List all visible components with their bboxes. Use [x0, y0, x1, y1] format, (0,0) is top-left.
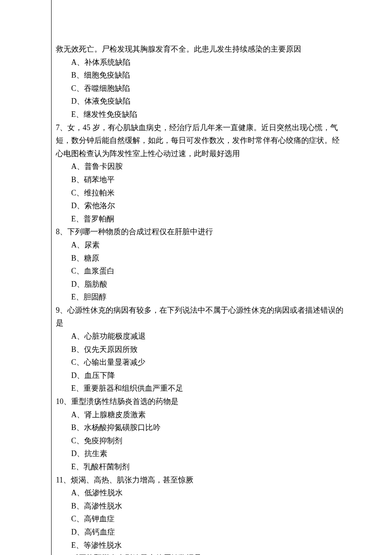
q8-option-d: D、脂肪酸 — [56, 278, 354, 291]
q8-option-a: A、尿素 — [56, 238, 354, 252]
q10-option-c: C、免疫抑制剂 — [56, 434, 354, 447]
q9-option-c: C、心输出量显著减少 — [56, 356, 354, 369]
q9-option-a: A、心脏功能极度减退 — [56, 330, 354, 343]
intro-option-a: A、补体系统缺陷 — [56, 56, 354, 69]
q7-option-b: B、硝苯地平 — [56, 173, 354, 186]
q8-option-b: B、糖原 — [56, 252, 354, 265]
q8-option-c: C、血浆蛋白 — [56, 264, 354, 278]
q7-option-c: C、维拉帕米 — [56, 186, 354, 200]
q11-option-d: D、高钙血症 — [56, 526, 354, 539]
q7-line-3: 心电图检查认为阵发性室上性心动过速，此时最好选用 — [56, 147, 354, 160]
q9-option-e: E、重要脏器和组织供血严重不足 — [56, 382, 354, 395]
q7-option-e: E、普罗帕酮 — [56, 212, 354, 226]
q7-line-2: 短，数分钟后能自然缓解，如此，每日可发作数次，发作时常伴有心绞痛的症状。经 — [56, 134, 354, 147]
q7-option-d: D、索他洛尔 — [56, 199, 354, 212]
q11-option-e: E、等渗性脱水 — [56, 539, 354, 552]
q11-option-c: C、高钾血症 — [56, 512, 354, 526]
intro-option-e: E、继发性免疫缺陷 — [56, 108, 354, 121]
q7-option-a: A、普鲁卡因胺 — [56, 160, 354, 173]
intro-option-d: D、体液免疫缺陷 — [56, 95, 354, 108]
q10-option-e: E、乳酸杆菌制剂 — [56, 460, 354, 474]
document-page: 救无效死亡。尸检发现其胸腺发育不全。此患儿发生持续感染的主要原因 A、补体系统缺… — [51, 0, 366, 555]
q9-option-d: D、血压下降 — [56, 369, 354, 382]
intro-option-b: B、细胞免疫缺陷 — [56, 69, 354, 82]
q7-line-1: 7、女，45 岁，有心肌缺血病史，经治疗后几年来一直健康。近日突然出现心慌，气 — [56, 121, 354, 134]
q10-option-b: B、水杨酸抑氮磺胺口比吟 — [56, 421, 354, 434]
q9-line-2: 是 — [56, 317, 354, 330]
intro-option-c: C、吞噬细胞缺陷 — [56, 82, 354, 95]
q8-line-1: 8、下列哪一种物质的合成过程仅在肝脏中进行 — [56, 225, 354, 238]
q11-line-1: 11、烦渴、高热、肌张力增高，甚至惊厥 — [56, 474, 354, 487]
q10-line-1: 10、重型溃疡性结肠炎首选的药物是 — [56, 395, 354, 408]
intro-line-1: 救无效死亡。尸检发现其胸腺发育不全。此患儿发生持续感染的主要原因 — [56, 43, 354, 56]
q9-option-b: B、仅先天原因所致 — [56, 343, 354, 356]
q10-option-d: D、抗生素 — [56, 447, 354, 460]
q8-option-e: E、胆固醇 — [56, 291, 354, 304]
q10-option-a: A、肾上腺糖皮质激素 — [56, 408, 354, 421]
q11-option-b: B、高渗性脱水 — [56, 500, 354, 513]
q12-line-1: 12、对平均预期寿命影响最大的原始数据是 — [56, 552, 354, 555]
q9-line-1: 9、心源性休克的病因有较多，在下列说法中不属于心源性休克的病因或者描述错误的 — [56, 304, 354, 317]
q11-option-a: A、低渗性脱水 — [56, 486, 354, 500]
